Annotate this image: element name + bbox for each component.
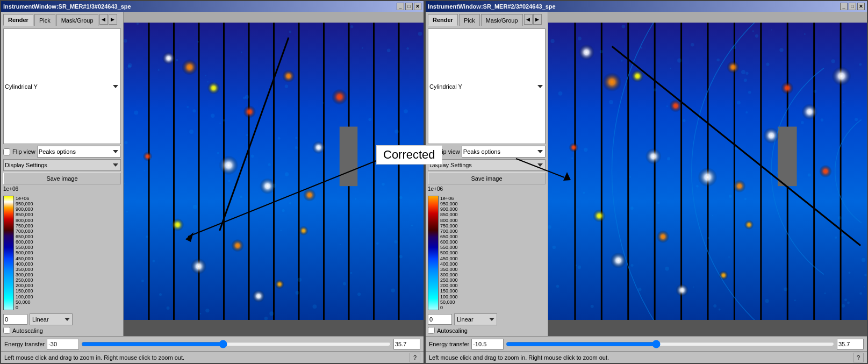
tab-pick-2[interactable]: Pick [459, 14, 480, 26]
title-bar-buttons-1: _ □ ✕ [397, 3, 421, 10]
title-bar-2: InstrumentWindow:SR_MER#2/3#024643_spe _… [426, 1, 867, 12]
right-panel-2 [548, 12, 867, 336]
status-bar-1: Left mouse click and drag to zoom in. Ri… [1, 351, 424, 363]
colorbar-container-2: 1e+06 950,000 900,000 850,000 800,000 75… [428, 196, 546, 310]
tab-pick-1[interactable]: Pick [34, 14, 55, 26]
status-bar-2: Left mouse click and drag to zoom in. Ri… [426, 351, 867, 363]
peaks-dropdown-2[interactable]: Peaks options [462, 146, 546, 158]
detector-canvas-2[interactable] [548, 12, 867, 336]
detector-canvas-1[interactable] [124, 12, 424, 336]
status-text-1: Left mouse click and drag to zoom in. Ri… [4, 354, 184, 361]
restore-btn-2[interactable]: □ [849, 3, 856, 10]
tab-render-1[interactable]: Render [3, 14, 33, 26]
min-value-input-1[interactable] [3, 314, 27, 325]
flip-label-2: Flip view [437, 148, 460, 155]
energy-slider-1[interactable] [81, 339, 391, 349]
energy-min-input-2[interactable] [471, 339, 504, 349]
energy-label-1: Energy transfer [4, 341, 45, 347]
flip-checkbox-2[interactable] [428, 148, 435, 155]
nav-arrows-1: ◀ ▶ [99, 14, 117, 26]
title-text-1: InstrumentWindow:SR_MER#1/3#024643_spe [3, 3, 131, 10]
main-container: InstrumentWindow:SR_MER#1/3#024643_spe _… [0, 0, 868, 364]
autoscale-label-1: Autoscaling [12, 327, 43, 334]
colorbar-2 [428, 196, 439, 310]
left-panel-2: Render Pick Mask/Group ◀ ▶ Cylindrical Y… [426, 12, 548, 336]
energy-max-value-2[interactable] [837, 339, 864, 349]
status-text-2: Left mouse click and drag to zoom in. Ri… [429, 354, 609, 361]
nav-prev-2[interactable]: ◀ [524, 14, 533, 25]
right-panel-1 [124, 12, 424, 336]
energy-max-value-1[interactable] [393, 339, 420, 349]
min-value-input-2[interactable] [428, 314, 452, 325]
colorbar-with-labels-1: 1e+06 950,000 900,000 850,000 800,000 75… [3, 196, 121, 310]
title-bar-buttons-2: _ □ ✕ [840, 3, 865, 10]
peaks-dropdown-1[interactable]: Peaks options [37, 146, 121, 158]
tabs-bar-2: Render Pick Mask/Group ◀ ▶ [428, 14, 546, 26]
tab-render-2[interactable]: Render [428, 14, 458, 26]
instrument-window-1: InstrumentWindow:SR_MER#1/3#024643_spe _… [0, 0, 425, 364]
display-settings-dropdown-1[interactable]: Display Settings [3, 159, 121, 171]
projection-dropdown-2[interactable]: Cylindrical Y [428, 28, 546, 144]
autoscale-checkbox-1[interactable] [3, 327, 10, 334]
autoscale-label-2: Autoscaling [437, 327, 468, 334]
colorbar-labels-2: 1e+06 950,000 900,000 850,000 800,000 75… [439, 196, 458, 310]
autoscale-checkbox-2[interactable] [428, 327, 435, 334]
instrument-window-2: InstrumentWindow:SR_MER#2/3#024643_spe _… [425, 0, 868, 364]
nav-arrows-2: ◀ ▶ [524, 14, 542, 26]
window-content-2: Render Pick Mask/Group ◀ ▶ Cylindrical Y… [426, 12, 867, 336]
window-content-1: Render Pick Mask/Group ◀ ▶ Cylindrical Y… [1, 12, 424, 336]
colorbar-labels-1: 1e+06 950,000 900,000 850,000 800,000 75… [14, 196, 33, 310]
restore-btn-1[interactable]: □ [405, 3, 413, 10]
autoscale-row-1: Autoscaling [3, 327, 121, 334]
flip-peaks-row-2: Flip view Peaks options [428, 146, 546, 158]
projection-dropdown-1[interactable]: Cylindrical Y [3, 28, 121, 144]
energy-slider-2[interactable] [506, 339, 835, 349]
energy-label-2: Energy transfer [429, 341, 469, 347]
min-input-row-2: Linear [428, 313, 546, 325]
flip-peaks-row-1: Flip view Peaks options [3, 146, 121, 158]
tab-mask-2[interactable]: Mask/Group [481, 14, 523, 26]
left-panel-1: Render Pick Mask/Group ◀ ▶ Cylindrical Y… [1, 12, 124, 336]
colorbar-container-1: 1e+06 950,000 900,000 850,000 800,000 75… [3, 196, 121, 310]
autoscale-row-2: Autoscaling [428, 327, 546, 334]
colorbar-with-labels-2: 1e+06 950,000 900,000 850,000 800,000 75… [428, 196, 546, 310]
scale-type-select-1[interactable]: Linear [30, 313, 73, 325]
flip-checkbox-row-2: Flip view [428, 148, 460, 155]
energy-min-input-1[interactable] [47, 339, 79, 349]
tabs-bar-1: Render Pick Mask/Group ◀ ▶ [3, 14, 121, 26]
scale-type-select-2[interactable]: Linear [454, 313, 497, 325]
title-text-2: InstrumentWindow:SR_MER#2/3#024643_spe [428, 3, 556, 10]
min-input-row-1: Linear [3, 313, 121, 325]
flip-label-1: Flip view [12, 148, 35, 155]
help-btn-2[interactable]: ? [853, 353, 864, 362]
nav-next-1[interactable]: ▶ [109, 14, 117, 25]
close-btn-1[interactable]: ✕ [414, 3, 421, 10]
tab-mask-1[interactable]: Mask/Group [56, 14, 98, 26]
scale-top-label-1: 1e+06 [3, 186, 121, 192]
colorbar-1 [3, 196, 14, 310]
bottom-bar-2: Energy transfer [426, 336, 867, 351]
save-image-btn-1[interactable]: Save image [3, 173, 121, 184]
title-bar-1: InstrumentWindow:SR_MER#1/3#024643_spe _… [1, 1, 424, 12]
bottom-bar-1: Energy transfer [1, 336, 424, 351]
minimize-btn-2[interactable]: _ [840, 3, 848, 10]
save-image-btn-2[interactable]: Save image [428, 173, 546, 184]
flip-checkbox-1[interactable] [3, 148, 10, 155]
flip-checkbox-row-1: Flip view [3, 148, 35, 155]
nav-next-2[interactable]: ▶ [533, 14, 542, 25]
bottom-controls-2: Linear Autoscaling [428, 313, 546, 334]
help-btn-1[interactable]: ? [410, 353, 420, 362]
minimize-btn-1[interactable]: _ [397, 3, 404, 10]
display-settings-dropdown-2[interactable]: Display Settings [428, 159, 546, 171]
bottom-controls-1: Linear Autoscaling [3, 313, 121, 334]
close-btn-2[interactable]: ✕ [857, 3, 865, 10]
nav-prev-1[interactable]: ◀ [99, 14, 108, 25]
scale-top-label-2: 1e+06 [428, 186, 546, 192]
